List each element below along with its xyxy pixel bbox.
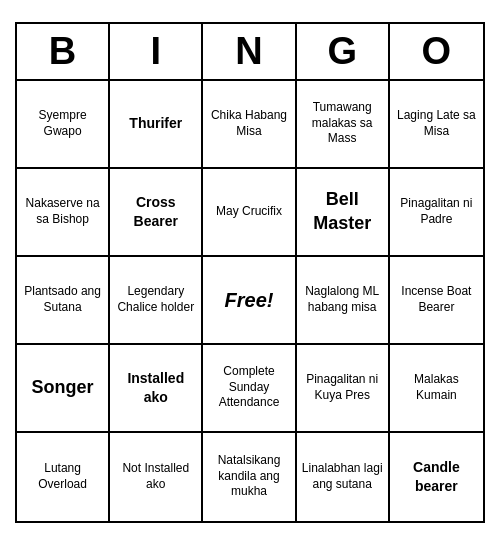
bingo-cell-24: Candle bearer [390, 433, 483, 521]
bingo-cell-6: Cross Bearer [110, 169, 203, 257]
bingo-cell-18: Pinagalitan ni Kuya Pres [297, 345, 390, 433]
bingo-cell-14: Incense Boat Bearer [390, 257, 483, 345]
bingo-cell-8: Bell Master [297, 169, 390, 257]
bingo-cell-0: Syempre Gwapo [17, 81, 110, 169]
header-letter-g: G [297, 24, 390, 79]
header-letter-n: N [203, 24, 296, 79]
bingo-cell-21: Not Installed ako [110, 433, 203, 521]
bingo-cell-10: Plantsado ang Sutana [17, 257, 110, 345]
header-letter-b: B [17, 24, 110, 79]
bingo-cell-1: Thurifer [110, 81, 203, 169]
bingo-cell-19: Malakas Kumain [390, 345, 483, 433]
bingo-cell-11: Legendary Chalice holder [110, 257, 203, 345]
bingo-cell-3: Tumawang malakas sa Mass [297, 81, 390, 169]
bingo-grid: Syempre GwapoThuriferChika Habang MisaTu… [17, 81, 483, 521]
bingo-cell-20: Lutang Overload [17, 433, 110, 521]
bingo-cell-17: Complete Sunday Attendance [203, 345, 296, 433]
bingo-cell-16: Installed ako [110, 345, 203, 433]
bingo-cell-9: Pinagalitan ni Padre [390, 169, 483, 257]
header-letter-o: O [390, 24, 483, 79]
bingo-cell-13: Naglalong ML habang misa [297, 257, 390, 345]
bingo-card: BINGO Syempre GwapoThuriferChika Habang … [15, 22, 485, 523]
bingo-cell-2: Chika Habang Misa [203, 81, 296, 169]
bingo-cell-15: Songer [17, 345, 110, 433]
bingo-cell-4: Laging Late sa Misa [390, 81, 483, 169]
bingo-cell-23: Linalabhan lagi ang sutana [297, 433, 390, 521]
bingo-cell-7: May Crucifix [203, 169, 296, 257]
bingo-cell-22: Natalsikang kandila ang mukha [203, 433, 296, 521]
header-letter-i: I [110, 24, 203, 79]
bingo-header: BINGO [17, 24, 483, 81]
bingo-cell-12: Free! [203, 257, 296, 345]
bingo-cell-5: Nakaserve na sa Bishop [17, 169, 110, 257]
